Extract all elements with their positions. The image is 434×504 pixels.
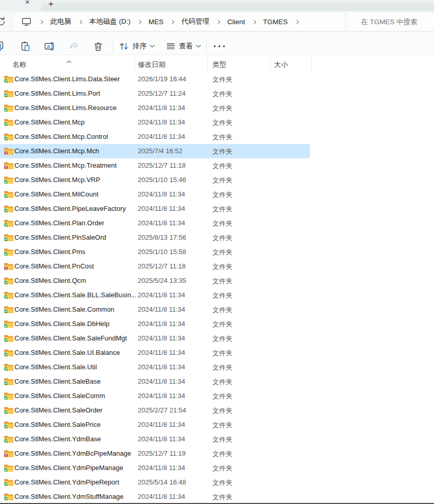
file-type: 文件夹: [212, 147, 232, 156]
file-row[interactable]: Core.StlMes.Client.Qcm 2025/5/24 13:35 文…: [0, 274, 310, 288]
breadcrumb-item[interactable]: MES: [149, 18, 164, 26]
file-row[interactable]: Core.StlMes.Client.YdmStuffManage 2024/1…: [0, 490, 310, 504]
new-tab-button[interactable]: +: [48, 0, 53, 8]
file-type: 文件夹: [212, 291, 232, 300]
this-pc-icon[interactable]: [22, 17, 31, 26]
file-date-modified: 2024/11/8 11:34: [138, 305, 185, 313]
file-row[interactable]: Core.StlMes.Client.YdmPipeManage 2024/11…: [0, 461, 310, 475]
column-separator[interactable]: [311, 58, 312, 70]
breadcrumb-chevron-icon[interactable]: [171, 20, 174, 24]
column-header-size[interactable]: 大小: [274, 60, 288, 69]
file-row[interactable]: Core.StlMes.Client.MilCount 2024/11/8 11…: [0, 187, 310, 202]
rename-icon[interactable]: A: [44, 41, 56, 51]
file-row[interactable]: Core.StlMes.Client.YdmPipeReport 2025/5/…: [0, 475, 310, 490]
breadcrumb-chevron-icon[interactable]: [79, 20, 82, 24]
file-date-modified: 2024/11/8 11:34: [138, 435, 185, 443]
folder-icon: [4, 291, 14, 301]
file-date-modified: 2025/12/7 11:18: [138, 262, 186, 270]
file-name: Core.StlMes.Client.Lims.Data.Steer: [14, 75, 120, 83]
breadcrumb-item[interactable]: 此电脑: [50, 17, 71, 26]
file-row[interactable]: Core.StlMes.Client.Lims.Data.Steer 2026/…: [0, 72, 310, 86]
svn-uptodate-overlay-icon: [4, 280, 8, 284]
file-row[interactable]: Core.StlMes.Client.Lims.Port 2025/12/7 1…: [0, 86, 310, 101]
file-row[interactable]: Core.StlMes.Client.SaleComm 2024/11/8 11…: [0, 389, 310, 403]
file-row[interactable]: Core.StlMes.Client.Mcp.Control 2024/11/8…: [0, 130, 310, 144]
svn-uptodate-overlay-icon: [4, 338, 8, 342]
breadcrumb-item[interactable]: 代码管理: [182, 17, 209, 26]
file-row[interactable]: Core.StlMes.Client.Sale.Util 2024/11/8 1…: [0, 360, 310, 374]
copy-icon[interactable]: [0, 41, 4, 51]
file-date-modified: 2024/11/8 11:34: [138, 363, 185, 371]
file-row[interactable]: Core.StlMes.Client.Lims.Resource 2024/11…: [0, 101, 310, 115]
file-row[interactable]: Core.StlMes.Client.Sale.Common 2024/11/8…: [0, 302, 310, 317]
share-icon[interactable]: [69, 41, 79, 51]
breadcrumb-chevron-icon[interactable]: [40, 20, 43, 24]
file-row[interactable]: Core.StlMes.Client.Sale.BLL.SaleBusin...…: [0, 288, 310, 302]
file-type: 文件夹: [212, 205, 232, 214]
sort-ascending-icon: [66, 56, 71, 65]
file-row[interactable]: Core.StlMes.Client.PlnSaleOrd 2025/8/13 …: [0, 230, 310, 245]
search-input[interactable]: [360, 13, 434, 30]
file-row[interactable]: Core.StlMes.Client.Sale.UI.Balance 2024/…: [0, 346, 310, 360]
svn-uptodate-overlay-icon: [4, 93, 8, 97]
file-name: Core.StlMes.Client.Plan.Order: [14, 219, 104, 227]
chevron-down-icon: [150, 45, 155, 48]
chevron-down-icon: [196, 45, 201, 48]
column-separator[interactable]: [135, 58, 135, 70]
paste-icon[interactable]: [20, 41, 30, 51]
refresh-icon[interactable]: [0, 16, 7, 29]
file-date-modified: 2024/11/8 11:34: [138, 219, 185, 227]
file-name: Core.StlMes.Client.YdmBase: [14, 435, 101, 443]
column-header-type[interactable]: 类型: [212, 60, 226, 69]
sort-button[interactable]: 排序: [118, 41, 155, 51]
file-row[interactable]: Core.StlMes.Client.PipeLeaveFactory 2024…: [0, 202, 310, 216]
file-name: Core.StlMes.Client.Pms: [14, 248, 85, 256]
breadcrumb-chevron-icon[interactable]: [216, 20, 220, 24]
folder-icon: [4, 406, 14, 417]
delete-icon[interactable]: [93, 41, 103, 51]
file-row[interactable]: Core.StlMes.Client.PnCost 2025/12/7 11:1…: [0, 259, 310, 274]
file-row[interactable]: Core.StlMes.Client.Sale.SaleFundMgt 2024…: [0, 331, 310, 346]
tab-close-icon[interactable]: ×: [25, 0, 30, 6]
file-type: 文件夹: [212, 89, 232, 99]
file-date-modified: 2024/11/8 11:34: [138, 205, 185, 212]
file-row[interactable]: Core.StlMes.Client.Plan.Order 2024/11/8 …: [0, 216, 310, 230]
file-row[interactable]: Core.StlMes.Client.Pms 2025/1/10 15:58 文…: [0, 245, 310, 259]
sort-icon: [118, 41, 130, 51]
view-button[interactable]: 查看: [166, 41, 201, 51]
folder-icon: [4, 176, 14, 186]
folder-icon: [4, 161, 14, 172]
file-date-modified: 2024/11/8 11:34: [138, 190, 185, 198]
file-name: Core.StlMes.Client.YdmPipeManage: [14, 464, 123, 472]
file-row[interactable]: Core.StlMes.Client.YdmBase 2024/11/8 11:…: [0, 432, 310, 446]
file-name: Core.StlMes.Client.Mcp.Control: [14, 133, 108, 140]
folder-icon: [4, 449, 14, 460]
more-button[interactable]: [212, 41, 226, 51]
column-separator[interactable]: [270, 58, 270, 70]
folder-icon: [4, 392, 14, 402]
column-separator[interactable]: [207, 58, 208, 70]
breadcrumb-item[interactable]: Client: [227, 18, 245, 26]
file-row[interactable]: Core.StlMes.Client.Mcp.Treatment 2025/12…: [0, 158, 310, 173]
file-row[interactable]: Core.StlMes.Client.SalePrice 2024/11/8 1…: [0, 418, 310, 432]
file-row[interactable]: Core.StlMes.Client.Sale.DbHelp 2024/11/8…: [0, 317, 310, 331]
file-row[interactable]: Core.StlMes.Client.YdmBcPipeManage 2025/…: [0, 446, 310, 461]
file-row[interactable]: Core.StlMes.Client.Mcp.VRP 2025/1/10 15:…: [0, 173, 310, 187]
breadcrumb-item[interactable]: TGMES: [263, 18, 288, 26]
breadcrumb-chevron-icon[interactable]: [138, 20, 141, 24]
breadcrumb-item[interactable]: 本地磁盘 (D:): [89, 17, 131, 26]
folder-icon: [4, 320, 14, 330]
file-name: Core.StlMes.Client.PlnSaleOrd: [14, 233, 106, 241]
file-name: Core.StlMes.Client.Lims.Port: [14, 89, 100, 97]
file-row[interactable]: Core.StlMes.Client.Mcp 2024/11/8 11:34 文…: [0, 115, 310, 130]
svn-uptodate-overlay-icon: [4, 223, 8, 227]
column-header-name[interactable]: 名称: [12, 60, 26, 69]
file-row[interactable]: Core.StlMes.Client.SaleOrder 2025/2/27 2…: [0, 403, 310, 418]
svn-uptodate-overlay-icon: [4, 79, 8, 83]
file-date-modified: 2024/11/8 11:34: [138, 464, 185, 472]
file-row[interactable]: Core.StlMes.Client.SaleBase 2024/11/8 11…: [0, 374, 310, 389]
column-header-date-modified[interactable]: 修改日期: [138, 60, 166, 69]
file-row[interactable]: Core.StlMes.Client.Mcp.Mch 2025/7/4 16:5…: [0, 144, 310, 158]
breadcrumb-chevron-icon[interactable]: [295, 20, 299, 24]
breadcrumb-chevron-icon[interactable]: [252, 20, 256, 24]
